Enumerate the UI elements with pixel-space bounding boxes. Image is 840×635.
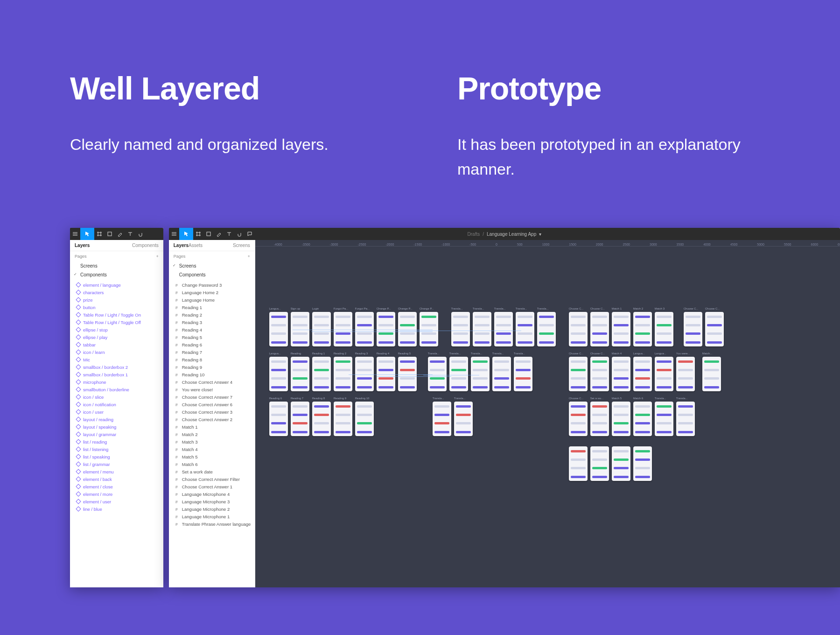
canvas-frame[interactable] (514, 357, 532, 391)
canvas-frame[interactable] (291, 402, 309, 436)
layer-item[interactable]: element / language (70, 281, 163, 289)
layer-item[interactable]: Reading 9 (169, 363, 255, 371)
canvas-frame[interactable] (655, 402, 673, 436)
canvas-frame[interactable] (684, 312, 702, 346)
layer-item[interactable]: element / back (70, 475, 163, 483)
layer-item[interactable]: Reading 3 (169, 318, 255, 326)
layer-item[interactable]: Match 6 (169, 460, 255, 468)
layer-item[interactable]: Mic (70, 356, 163, 363)
canvas-frame[interactable] (377, 357, 395, 391)
layer-item[interactable]: Translate Phrase Answer language (169, 520, 255, 528)
canvas-frame[interactable] (355, 402, 374, 436)
text-tool-button[interactable] (224, 228, 234, 240)
layer-item[interactable]: microphone (70, 378, 163, 386)
canvas-frame[interactable] (334, 357, 352, 391)
layer-item[interactable]: Language Home 2 (169, 289, 255, 296)
layer-item[interactable]: Match 1 (169, 423, 255, 430)
layer-item[interactable]: Table Row / Light / Toggle Off (70, 318, 163, 326)
layer-item[interactable]: smallbox / borderbox 1 (70, 371, 163, 378)
layer-item[interactable]: Set a work date (169, 468, 255, 475)
layer-item[interactable]: Choose Correct Answer 4 (169, 378, 255, 386)
canvas-frame[interactable] (428, 357, 447, 391)
canvas-frame[interactable] (590, 402, 609, 436)
canvas-frame[interactable] (377, 312, 395, 346)
hand-tool-button[interactable] (234, 228, 245, 240)
layer-item[interactable]: layout / reading (70, 416, 163, 423)
canvas-frame[interactable] (676, 357, 695, 391)
canvas-frame[interactable] (590, 312, 609, 346)
layer-item[interactable]: Reading 5 (169, 333, 255, 341)
canvas-frame[interactable] (398, 312, 417, 346)
layer-item[interactable]: Reading 6 (169, 341, 255, 348)
layer-item[interactable]: Reading 4 (169, 326, 255, 333)
canvas-frame[interactable] (269, 357, 288, 391)
tab-components[interactable]: Components (132, 243, 159, 248)
text-tool-button[interactable] (125, 228, 135, 240)
layer-item[interactable]: Language Microphone 3 (169, 498, 255, 505)
layer-item[interactable]: Language Home (169, 296, 255, 303)
hamburger-menu-button[interactable] (169, 228, 179, 240)
canvas-frame[interactable] (516, 312, 534, 346)
canvas-frame[interactable] (471, 357, 490, 391)
layer-item[interactable]: Language Microphone 4 (169, 490, 255, 498)
layer-item[interactable]: tabbar (70, 341, 163, 348)
canvas-frame[interactable] (633, 312, 652, 346)
move-tool-button[interactable] (80, 228, 94, 240)
layer-item[interactable]: list / listening (70, 445, 163, 453)
add-page-button[interactable]: + (156, 254, 158, 259)
canvas-frame[interactable] (590, 446, 609, 481)
layer-item[interactable]: Reading 10 (169, 371, 255, 378)
canvas-frame[interactable] (537, 312, 556, 346)
layer-item[interactable]: Choose Correct Answer 6 (169, 401, 255, 408)
canvas-frame[interactable] (269, 402, 288, 436)
layer-item[interactable]: ellipse / stop (70, 326, 163, 333)
pen-tool-button[interactable] (115, 228, 125, 240)
canvas-frame[interactable] (312, 402, 331, 436)
canvas-frame[interactable] (633, 446, 652, 481)
layer-item[interactable]: Match 2 (169, 430, 255, 438)
layer-item[interactable]: list / speaking (70, 453, 163, 460)
comment-tool-button[interactable] (245, 228, 255, 240)
layer-item[interactable]: Reading 2 (169, 311, 255, 318)
canvas-frame[interactable] (355, 312, 374, 346)
tab-layers[interactable]: Layers (75, 243, 90, 248)
page-item[interactable]: Screens (169, 261, 255, 270)
prototype-canvas[interactable]: -4000-3500-3000-2500-2000-1500-1000-5000… (255, 240, 840, 587)
canvas-frame[interactable] (291, 357, 309, 391)
layer-item[interactable]: Match 4 (169, 445, 255, 453)
pen-tool-button[interactable] (214, 228, 224, 240)
layer-item[interactable]: Choose Correct Answer 2 (169, 416, 255, 423)
tab-layers[interactable]: Layers (174, 243, 189, 248)
canvas-frame[interactable] (398, 357, 417, 391)
canvas-frame[interactable] (612, 446, 630, 481)
canvas-frame[interactable] (702, 357, 721, 391)
layer-item[interactable]: Choose Correct Answer 1 (169, 483, 255, 490)
canvas-frame[interactable] (433, 402, 451, 436)
canvas-frame[interactable] (334, 312, 352, 346)
layer-item[interactable]: icon / learn (70, 348, 163, 356)
layer-item[interactable]: list / reading (70, 438, 163, 445)
layer-item[interactable]: smallbutton / borderline (70, 386, 163, 393)
layer-item[interactable]: You were close! (169, 386, 255, 393)
breadcrumb[interactable]: Drafts / Language Learning App ▾ (468, 232, 542, 237)
layer-item[interactable]: Match 5 (169, 453, 255, 460)
layer-item[interactable]: line / blue (70, 505, 163, 513)
layer-item[interactable]: Match 3 (169, 438, 255, 445)
canvas-frame[interactable] (590, 357, 609, 391)
canvas-board[interactable] (255, 247, 840, 587)
layer-item[interactable]: Language Microphone 2 (169, 505, 255, 513)
layer-item[interactable]: button (70, 303, 163, 311)
page-item[interactable]: Screens (70, 261, 163, 270)
canvas-frame[interactable] (451, 312, 470, 346)
canvas-frame[interactable] (494, 312, 513, 346)
canvas-frame[interactable] (655, 357, 673, 391)
canvas-frame[interactable] (269, 312, 288, 346)
canvas-frame[interactable] (334, 402, 352, 436)
canvas-frame[interactable] (420, 312, 438, 346)
layer-item[interactable]: element / more (70, 490, 163, 498)
frame-tool-button[interactable] (94, 228, 105, 240)
tab-screens-dropdown[interactable]: Screens (233, 243, 250, 248)
hamburger-menu-button[interactable] (70, 228, 80, 240)
canvas-frame[interactable] (705, 312, 724, 346)
layer-item[interactable]: Choose Correct Answer 7 (169, 393, 255, 401)
